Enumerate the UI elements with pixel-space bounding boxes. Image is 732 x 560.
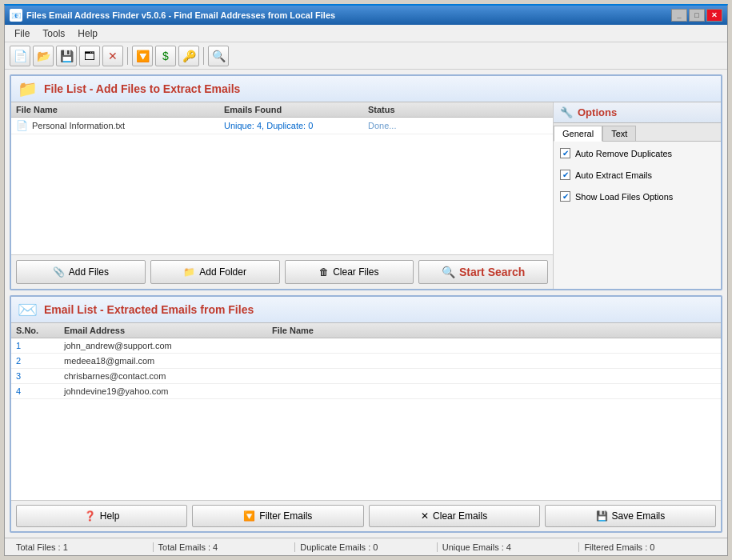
- close-button[interactable]: ✕: [706, 9, 722, 22]
- main-content: 📁 File List - Add Files to Extract Email…: [5, 70, 727, 538]
- options-tabs: General Text: [554, 123, 721, 142]
- file-list-area: File Name Emails Found Status 📄 Personal…: [11, 102, 553, 289]
- toolbar-separator: [127, 47, 128, 65]
- file-section-icon: 📁: [18, 79, 38, 98]
- email-row[interactable]: 4 johndevine19@yahoo.com: [11, 384, 721, 399]
- toolbar: 📄 📂 💾 🗔 ✕ 🔽 $ 🔑 🔍: [5, 42, 727, 70]
- email-sno: 2: [16, 356, 64, 366]
- email-table-header: S.No. Email Address File Name: [11, 323, 721, 338]
- file-status: Done...: [368, 121, 548, 130]
- add-folder-label: Add Folder: [199, 266, 246, 278]
- new-button[interactable]: 📄: [10, 46, 30, 66]
- label-auto-remove: Auto Remove Duplicates: [575, 149, 672, 158]
- tab-text[interactable]: Text: [602, 126, 636, 141]
- options-body: ✔ Auto Remove Duplicates ✔ Auto Extract …: [554, 142, 721, 208]
- window-title: Files Email Address Finder v5.0.6 - Find…: [26, 10, 335, 20]
- key-button[interactable]: 🔑: [178, 46, 199, 66]
- email-sno: 3: [16, 371, 64, 381]
- maximize-button[interactable]: □: [689, 9, 705, 22]
- email-address: johndevine19@yahoo.com: [64, 386, 272, 396]
- file-section-title: File List - Add Files to Extract Emails: [44, 82, 240, 95]
- help-label: Help: [100, 510, 120, 522]
- menu-tools[interactable]: Tools: [36, 26, 71, 41]
- menu-help[interactable]: Help: [71, 26, 104, 41]
- window-button[interactable]: 🗔: [79, 46, 100, 66]
- open-button[interactable]: 📂: [33, 46, 54, 66]
- clear-emails-icon: ✕: [421, 510, 429, 522]
- start-search-label: Start Search: [459, 266, 525, 278]
- email-sno: 4: [16, 386, 64, 396]
- email-section-icon: ✉️: [18, 300, 38, 319]
- label-auto-extract: Auto Extract Emails: [575, 170, 652, 180]
- email-section: ✉️ Email List - Extracted Emails from Fi…: [10, 295, 722, 533]
- add-files-label: Add Files: [69, 266, 109, 278]
- email-section-title: Email List - Extracted Emails from Files: [44, 303, 254, 316]
- options-panel: 🔧 Options General Text ✔ Auto Remove Dup…: [553, 102, 721, 289]
- add-folder-button[interactable]: 📁 Add Folder: [150, 260, 280, 284]
- email-row[interactable]: 3 chrisbarnes@contact.com: [11, 369, 721, 384]
- save-emails-button[interactable]: 💾 Save Emails: [545, 505, 716, 527]
- clear-files-label: Clear Files: [333, 266, 378, 278]
- title-bar: 📧 Files Email Address Finder v5.0.6 - Fi…: [5, 6, 727, 25]
- file-table-header: File Name Emails Found Status: [11, 102, 553, 118]
- email-address: chrisbarnes@contact.com: [64, 371, 272, 381]
- email-sno: 1: [16, 341, 64, 350]
- status-total-files: Total Files : 1: [11, 542, 154, 552]
- col-sno: S.No.: [16, 326, 64, 335]
- emails-found: Unique: 4, Duplicate: 0: [224, 121, 368, 130]
- help-icon: ❓: [84, 510, 96, 522]
- start-search-button[interactable]: 🔍 Start Search: [418, 260, 548, 284]
- clear-files-icon: 🗑: [319, 266, 329, 278]
- options-title: Options: [578, 106, 617, 118]
- table-row[interactable]: 📄 Personal Information.txt Unique: 4, Du…: [11, 118, 553, 134]
- file-section-header: 📁 File List - Add Files to Extract Email…: [11, 76, 721, 102]
- action-bar: 📎 Add Files 📁 Add Folder 🗑 Clear Files: [11, 254, 553, 289]
- menu-bar: File Tools Help: [5, 25, 727, 42]
- file-name: Personal Information.txt: [32, 121, 125, 130]
- email-table: 1 john_andrew@support.com 2 medeea18@gma…: [11, 338, 721, 500]
- col-file: File Name: [272, 326, 716, 335]
- delete-button[interactable]: ✕: [102, 46, 123, 66]
- options-icon: 🔧: [560, 106, 573, 118]
- file-icon: 📄: [16, 120, 28, 131]
- add-files-button[interactable]: 📎 Add Files: [16, 260, 146, 284]
- options-header: 🔧 Options: [554, 102, 721, 123]
- checkbox-auto-remove[interactable]: ✔: [560, 148, 570, 158]
- minimize-button[interactable]: _: [671, 9, 687, 22]
- label-show-load: Show Load Files Options: [575, 192, 673, 202]
- save-emails-icon: 💾: [596, 510, 608, 522]
- toolbar-separator2: [203, 47, 204, 65]
- file-table: 📄 Personal Information.txt Unique: 4, Du…: [11, 118, 553, 254]
- start-search-icon: 🔍: [442, 266, 455, 278]
- money-button[interactable]: $: [155, 46, 176, 66]
- menu-file[interactable]: File: [8, 26, 36, 41]
- email-row[interactable]: 1 john_andrew@support.com: [11, 338, 721, 354]
- email-section-header: ✉️ Email List - Extracted Emails from Fi…: [11, 297, 721, 323]
- status-bar: Total Files : 1 Total Emails : 4 Duplica…: [5, 538, 727, 555]
- status-total-emails: Total Emails : 4: [154, 542, 296, 552]
- add-folder-icon: 📁: [183, 266, 195, 278]
- clear-emails-label: Clear Emails: [433, 510, 487, 522]
- filter-button[interactable]: 🔽: [132, 46, 153, 66]
- add-files-icon: 📎: [53, 266, 65, 278]
- search-toolbar-button[interactable]: 🔍: [208, 46, 229, 66]
- bottom-action-bar: ❓ Help 🔽 Filter Emails ✕ Clear Emails 💾 …: [11, 500, 721, 531]
- option-auto-remove: ✔ Auto Remove Duplicates: [560, 148, 714, 158]
- file-section: 📁 File List - Add Files to Extract Email…: [10, 74, 722, 290]
- clear-files-button[interactable]: 🗑 Clear Files: [285, 260, 414, 284]
- help-button[interactable]: ❓ Help: [16, 505, 187, 527]
- status-duplicate-emails: Duplicate Emails : 0: [295, 542, 438, 552]
- email-row[interactable]: 2 medeea18@gmail.com: [11, 354, 721, 369]
- app-icon: 📧: [10, 9, 22, 22]
- checkbox-show-load[interactable]: ✔: [560, 191, 570, 202]
- col-email: Email Address: [64, 326, 272, 335]
- filter-emails-label: Filter Emails: [259, 510, 312, 522]
- checkbox-auto-extract[interactable]: ✔: [560, 170, 570, 180]
- clear-emails-button[interactable]: ✕ Clear Emails: [369, 505, 540, 527]
- save-button[interactable]: 💾: [56, 46, 77, 66]
- col-emails-found: Emails Found: [224, 105, 368, 114]
- filter-emails-icon: 🔽: [243, 510, 255, 522]
- filter-emails-button[interactable]: 🔽 Filter Emails: [192, 505, 363, 527]
- tab-general[interactable]: General: [554, 126, 602, 142]
- col-filename: File Name: [16, 105, 224, 114]
